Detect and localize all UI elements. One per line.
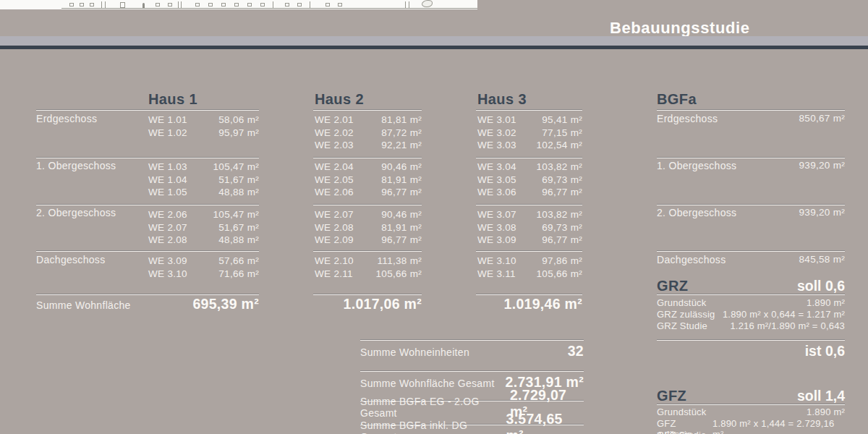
- unit-id: WE 3.05: [477, 174, 516, 187]
- grz-header: GRZ soll 0,6: [657, 278, 845, 294]
- haus1-sum-value: 695,39 m²: [148, 296, 259, 312]
- sketch-window-icon: [195, 3, 200, 7]
- unit-id: WE 2.06: [148, 208, 187, 221]
- unit-row: WE 2.10111,38 m²: [315, 255, 422, 268]
- unit-row: WE 3.0277,15 m²: [477, 127, 582, 140]
- floor-label-1-obergeschoss: 1. Obergeschoss: [36, 160, 116, 171]
- grz-ist-value: ist 0,6: [657, 343, 845, 359]
- divider: [36, 251, 259, 252]
- unit-area: 96,77 m²: [542, 234, 582, 247]
- unit-row: WE 3.07103,82 m²: [477, 208, 582, 221]
- unit-row: WE 2.0696,77 m²: [315, 186, 422, 199]
- unit-id: WE 1.01: [148, 114, 187, 127]
- unit-row: WE 1.0548,88 m²: [148, 186, 259, 199]
- unit-row: WE 2.0790,46 m²: [315, 208, 422, 221]
- unit-area: 69,73 m²: [542, 174, 582, 187]
- unit-id: WE 2.04: [315, 161, 354, 174]
- unit-row: WE 2.0996,77 m²: [315, 234, 422, 247]
- divider: [36, 110, 259, 111]
- unit-area: 77,15 m²: [542, 127, 582, 140]
- sketch-window-icon: [260, 3, 265, 7]
- unit-row: WE 3.03102,54 m²: [477, 139, 582, 152]
- unit-id: WE 3.10: [148, 268, 187, 281]
- unit-row: WE 3.0869,73 m²: [477, 221, 582, 234]
- divider: [476, 251, 582, 252]
- haus1-og2-units: WE 2.06105,47 m² WE 2.0751,67 m² WE 2.08…: [148, 208, 259, 247]
- bgfa-row-dachgeschoss: Dachgeschoss 845,58 m²: [657, 254, 845, 265]
- unit-area: 103,82 m²: [537, 161, 582, 174]
- sketch-post: [181, 1, 182, 8]
- unit-area: 96,77 m²: [381, 234, 422, 247]
- divider: [360, 371, 584, 372]
- grz-row-value: 1.216 m²/1.890 m² = 0,643: [730, 320, 845, 331]
- unit-id: WE 2.11: [315, 268, 353, 281]
- divider: [313, 110, 422, 111]
- divider: [313, 205, 422, 205]
- unit-id: WE 3.04: [477, 161, 516, 174]
- unit-row: WE 2.11105,66 m²: [315, 268, 422, 281]
- floor-label-dachgeschoss: Dachgeschoss: [36, 254, 105, 265]
- sketch-window-icon: [326, 3, 330, 7]
- sketch-window-icon: [156, 3, 160, 7]
- unit-area: 96,77 m²: [542, 186, 582, 199]
- sketch-window-icon: [285, 3, 289, 7]
- unit-id: WE 3.11: [477, 268, 516, 281]
- gfz-title: GFZ: [657, 388, 686, 404]
- column-header-haus-2: Haus 2: [315, 91, 364, 108]
- unit-area: 51,67 m²: [218, 174, 259, 187]
- divider: [476, 110, 582, 111]
- sketch-figure: [142, 3, 145, 8]
- haus3-og1-units: WE 3.04103,82 m² WE 3.0569,73 m² WE 3.06…: [477, 161, 582, 199]
- gfz-row-label: GFZ Studie: [657, 430, 706, 434]
- haus2-og2-units: WE 2.0790,46 m² WE 2.0881,91 m² WE 2.099…: [315, 208, 422, 247]
- unit-row: WE 2.0181,81 m²: [315, 114, 422, 127]
- bgfa-floor-label: Dachgeschoss: [657, 254, 726, 265]
- unit-area: 95,41 m²: [542, 114, 582, 127]
- divider: [360, 340, 584, 341]
- sketch-window-icon: [247, 3, 252, 7]
- unit-row: WE 3.0569,73 m²: [477, 174, 582, 187]
- grz-row: GRZ zulässig 1.890 m² x 0,644 = 1.217 m²: [657, 309, 845, 320]
- bgfa-floor-label: Erdgeschoss: [657, 113, 718, 124]
- haus3-dg-units: WE 3.1097,86 m² WE 3.11105,66 m²: [477, 255, 582, 280]
- divider: [657, 110, 845, 111]
- bgfa-floor-label: 2. Obergeschoss: [657, 207, 736, 218]
- sketch-window-icon: [69, 3, 74, 7]
- total-label: Summe BGFa EG - 2.OG Gesamt: [360, 396, 510, 420]
- unit-row: WE 2.0287,72 m²: [315, 127, 422, 140]
- unit-id: WE 1.04: [148, 174, 187, 187]
- unit-row: WE 3.1097,86 m²: [477, 255, 582, 268]
- haus2-eg-units: WE 2.0181,81 m² WE 2.0287,72 m² WE 2.039…: [315, 114, 422, 152]
- unit-id: WE 3.06: [477, 186, 516, 199]
- grz-row-label: GRZ zulässig: [657, 309, 715, 320]
- gfz-row: GFZ Studie: [657, 430, 845, 434]
- haus2-sum-value: 1.017,06 m²: [315, 296, 422, 312]
- floor-label-2-obergeschoss: 2. Obergeschoss: [36, 207, 116, 218]
- grz-row-value: 1.890 m²: [807, 297, 845, 308]
- sketch-window-icon: [297, 3, 302, 7]
- unit-area: 58,06 m²: [218, 114, 259, 127]
- sketch-window-icon: [80, 3, 84, 7]
- haus3-eg-units: WE 3.0195,41 m² WE 3.0277,15 m² WE 3.031…: [477, 114, 582, 152]
- gfz-row-label: Grundstück: [657, 407, 706, 417]
- unit-area: 51,67 m²: [218, 221, 259, 234]
- sketch-post: [405, 1, 406, 8]
- unit-id: WE 3.02: [477, 127, 516, 140]
- grz-row: Grundstück 1.890 m²: [657, 297, 845, 308]
- unit-area: 96,77 m²: [381, 186, 422, 199]
- divider: [657, 404, 845, 405]
- unit-id: WE 2.03: [315, 139, 354, 152]
- haus2-dg-units: WE 2.10111,38 m² WE 2.11105,66 m²: [315, 255, 422, 280]
- unit-area: 105,47 m²: [213, 208, 259, 221]
- unit-row: WE 3.0195,41 m²: [477, 114, 582, 127]
- column-header-haus-3: Haus 3: [477, 91, 527, 108]
- total-label: Summe Wohnfläche Gesamt: [360, 378, 495, 391]
- unit-area: 71,66 m²: [218, 268, 259, 281]
- grz-row-value: 1.890 m² x 0,644 = 1.217 m²: [723, 309, 845, 320]
- sketch-window-icon: [208, 3, 213, 7]
- sketch-post: [105, 1, 106, 8]
- unit-id: WE 3.09: [148, 255, 187, 268]
- unit-id: WE 1.02: [148, 127, 187, 140]
- unit-id: WE 3.09: [477, 234, 516, 247]
- unit-area: 95,97 m²: [218, 127, 259, 140]
